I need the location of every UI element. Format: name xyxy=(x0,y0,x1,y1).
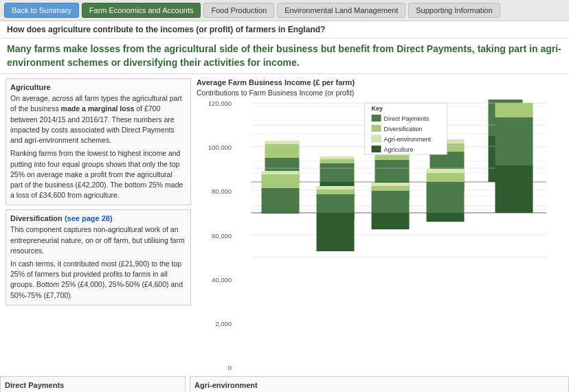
svg-rect-29 xyxy=(372,183,410,186)
right-panel: Average Farm Business Income (£ per farm… xyxy=(197,78,564,372)
farm-economics-tab[interactable]: Farm Economics and Accounts xyxy=(82,3,201,18)
question-text: How does agriculture contribute to the i… xyxy=(7,25,325,34)
y-label-2k: 2,000 xyxy=(215,320,232,327)
svg-text:Agriculture: Agriculture xyxy=(384,146,414,153)
svg-rect-35 xyxy=(495,117,533,165)
back-to-summary-button[interactable]: Back to Summary xyxy=(4,3,79,18)
y-label-40k: 40,000 xyxy=(212,276,232,284)
question-bar: How does agriculture contribute to the i… xyxy=(0,21,569,38)
headline: Many farms make losses from the agricult… xyxy=(0,38,569,74)
svg-text:Key: Key xyxy=(372,105,383,112)
y-label-120k: 120,000 xyxy=(208,100,232,107)
svg-rect-19 xyxy=(262,188,300,213)
svg-rect-41 xyxy=(372,125,381,132)
diversification-box: Diversification (see page 28) This compo… xyxy=(5,209,191,305)
agriculture-box: Agriculture On average, across all farm … xyxy=(5,78,191,205)
svg-rect-27 xyxy=(372,191,410,213)
svg-rect-34 xyxy=(495,165,533,213)
headline-text: Many farms make losses from the agricult… xyxy=(7,43,561,68)
chart-svg-final: Key Direct Payments Diversification Agri… xyxy=(234,100,564,285)
svg-rect-24 xyxy=(317,189,355,194)
chart-title: Average Farm Business Income (£ per farm… xyxy=(197,78,564,87)
svg-rect-45 xyxy=(372,146,381,152)
svg-rect-36 xyxy=(495,103,533,117)
diversification-title: Diversification (see page 28) xyxy=(10,214,186,222)
diversification-para2: In cash terms, it contributed most (£21,… xyxy=(10,259,186,301)
agriculture-para1: On average, across all farm types the ag… xyxy=(10,93,186,146)
y-label-60k: 60,000 xyxy=(212,232,232,240)
svg-rect-32 xyxy=(427,173,465,182)
chart-svg-container: Key Direct Payments Diversification Agri… xyxy=(234,100,564,392)
agriculture-title: Agriculture xyxy=(10,83,186,91)
svg-rect-31 xyxy=(427,182,465,213)
svg-rect-23 xyxy=(317,194,355,213)
svg-rect-26 xyxy=(372,213,410,229)
y-label-80k: 80,000 xyxy=(212,187,232,195)
navigation-bar: Back to Summary Farm Economics and Accou… xyxy=(0,0,569,21)
svg-text:Diversification: Diversification xyxy=(384,126,423,132)
chart-wrapper: 120,000 100,000 80,000 60,000 40,000 2,0… xyxy=(197,100,564,392)
diversification-link[interactable]: (see page 28) xyxy=(65,214,113,222)
svg-rect-30 xyxy=(427,213,465,222)
svg-rect-20 xyxy=(262,174,300,188)
main-content: Agriculture On average, across all farm … xyxy=(0,74,569,376)
supporting-info-tab[interactable]: Supporting Information xyxy=(408,3,500,18)
direct-payments-box: Direct Payments Direct Payments can impa… xyxy=(0,376,186,392)
svg-rect-28 xyxy=(372,186,410,191)
chart-subtitle: Contributions to Farm Business Income (o… xyxy=(197,89,564,97)
svg-text:Agri-environment: Agri-environment xyxy=(384,136,432,143)
svg-rect-33 xyxy=(427,169,465,173)
agriculture-para2: Ranking farms from the lowest to highest… xyxy=(10,148,186,200)
svg-rect-43 xyxy=(372,135,381,142)
food-production-tab[interactable]: Food Production xyxy=(203,3,274,18)
environmental-land-tab[interactable]: Environmental Land Management xyxy=(277,3,405,18)
svg-rect-39 xyxy=(372,115,381,122)
svg-rect-18 xyxy=(262,213,300,214)
svg-text:Direct Payments: Direct Payments xyxy=(384,115,430,122)
diversification-para1: This component captures non-agricultural… xyxy=(10,224,186,256)
svg-rect-21 xyxy=(262,171,300,174)
y-label-0: 0 xyxy=(228,364,232,371)
svg-rect-22 xyxy=(317,213,355,251)
y-axis: 120,000 100,000 80,000 60,000 40,000 2,0… xyxy=(197,100,234,392)
y-label-100k: 100,000 xyxy=(208,143,232,151)
svg-rect-25 xyxy=(317,186,355,189)
direct-payments-title: Direct Payments xyxy=(5,381,181,389)
left-panel: Agriculture On average, across all farm … xyxy=(5,78,191,372)
